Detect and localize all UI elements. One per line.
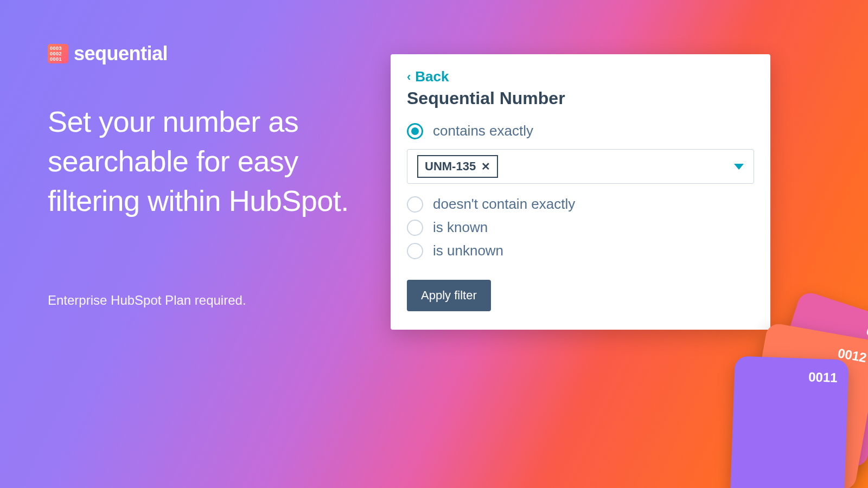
chip-text: UNM-135 [425,159,476,174]
logo-mark-line: 0001 [50,57,66,62]
radio-icon [407,220,423,236]
filter-option-doesnt-contain-exactly[interactable]: doesn't contain exactly [407,196,754,213]
filter-option-is-known[interactable]: is known [407,219,754,236]
logo-text: sequential [74,42,168,65]
hero-subhead: Enterprise HubSpot Plan required. [48,293,246,308]
logo-mark-line: 0002 [50,52,66,56]
decorative-card-stack: 0013 0012 0011 [689,331,868,488]
filter-option-label: is unknown [433,242,503,259]
radio-icon [407,123,423,139]
filter-title: Sequential Number [407,88,754,108]
chevron-down-icon [734,164,744,170]
logo-mark-icon: 0003 0002 0001 [48,44,68,63]
back-button[interactable]: ‹ Back [407,68,754,85]
filter-option-is-unknown[interactable]: is unknown [407,242,754,259]
back-label: Back [415,68,449,85]
close-icon[interactable]: ✕ [481,160,490,173]
chevron-left-icon: ‹ [407,70,411,84]
product-logo: 0003 0002 0001 sequential [48,42,168,65]
decorative-card: 0011 [730,356,849,488]
filter-option-label: is known [433,219,488,236]
marketing-slide: 0003 0002 0001 sequential Set your numbe… [0,0,868,488]
filter-value-select[interactable]: UNM-135 ✕ [407,149,754,184]
radio-icon [407,196,423,213]
apply-filter-button[interactable]: Apply filter [407,280,491,311]
filter-option-contains-exactly[interactable]: contains exactly [407,123,754,139]
filter-option-label: doesn't contain exactly [433,196,575,213]
filter-value-chip: UNM-135 ✕ [417,155,498,178]
hero-headline: Set your number as searchable for easy f… [48,102,352,221]
logo-mark-line: 0003 [50,46,66,51]
radio-icon [407,243,423,259]
filter-panel: ‹ Back Sequential Number contains exactl… [391,54,770,330]
filter-option-label: contains exactly [433,123,533,139]
